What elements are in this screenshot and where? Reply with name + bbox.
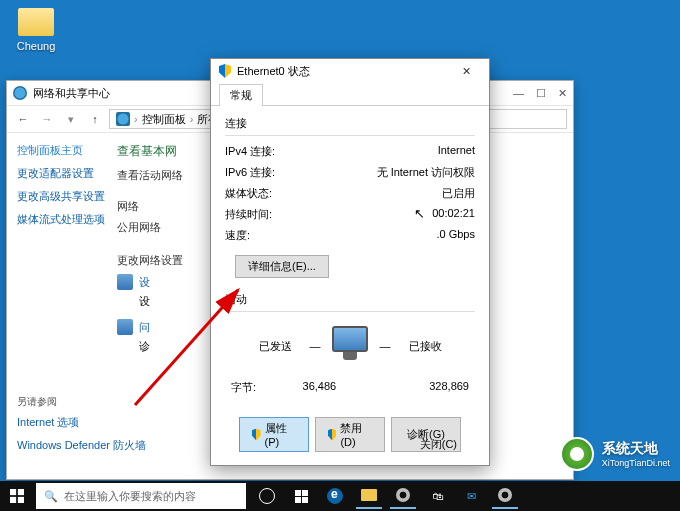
mail-button[interactable]: ✉ [458,483,484,509]
cortana-icon [259,488,275,504]
setup-connection-link[interactable]: 设 [139,275,150,290]
activity-section-label: 活动 [225,292,475,307]
connection-section-label: 连接 [225,116,475,131]
sent-bytes: 36,486 [303,380,337,395]
breadcrumb-icon [116,112,130,126]
computer-activity-icon [325,326,375,366]
sidebar-internet-options[interactable]: Internet 选项 [17,415,146,430]
bytes-label: 字节: [231,380,256,395]
breadcrumb-root[interactable]: 控制面板 [142,112,186,127]
ipv4-value: Internet [438,144,475,159]
gear-icon [498,488,512,502]
divider [225,311,475,312]
cortana-button[interactable] [254,483,280,509]
network-type: 公用网络 [117,220,187,235]
sidebar: 控制面板主页 更改适配器设置 更改高级共享设置 媒体流式处理选项 另请参阅 In… [7,133,107,479]
watermark-name: 系统天地 [602,440,670,458]
taskbar: 🔍 在这里输入你要搜索的内容 🛍 ✉ [0,481,680,511]
network-icon [13,86,27,100]
svg-rect-3 [10,497,16,503]
start-button[interactable] [0,481,34,511]
tab-general[interactable]: 常规 [219,84,263,106]
properties-button[interactable]: 属性(P) [239,417,309,452]
dialog-tabs: 常规 [211,83,489,105]
store-button[interactable]: 🛍 [424,483,450,509]
received-bytes: 328,869 [429,380,469,395]
shield-icon [219,64,231,78]
window-title: 网络和共享中心 [33,86,110,101]
folder-icon [361,489,377,501]
duration-label: 持续时间: [225,207,272,222]
disable-button-label: 禁用(D) [340,421,372,448]
maximize-button[interactable]: ☐ [536,87,546,100]
folder-icon [18,8,54,36]
task-view-button[interactable] [288,483,314,509]
store-icon: 🛍 [432,490,443,502]
gear-icon [396,488,410,502]
svg-rect-1 [10,489,16,495]
minimize-button[interactable]: — [513,87,524,100]
edge-button[interactable] [322,483,348,509]
watermark-logo-icon [560,437,594,471]
watermark: 系统天地 XiTongTianDi.net [560,437,670,471]
mouse-cursor-icon: ↖ [414,206,425,221]
details-button[interactable]: 详细信息(E)... [235,255,329,278]
chevron-right-icon: › [190,113,194,125]
sidebar-home[interactable]: 控制面板主页 [17,143,107,158]
network-label: 网络 [117,199,187,214]
svg-rect-4 [18,497,24,503]
search-placeholder: 在这里输入你要搜索的内容 [64,489,196,504]
file-explorer-button[interactable] [356,483,382,509]
nav-history-button[interactable]: ▾ [61,113,81,126]
sent-label: 已发送 [245,339,305,354]
dialog-titlebar[interactable]: Ethernet0 状态 ✕ [211,59,489,83]
troubleshoot-link[interactable]: 问 [139,320,150,335]
desktop-icon-folder[interactable]: Cheung [8,8,64,52]
nav-forward-button[interactable]: → [37,113,57,125]
close-button[interactable]: ✕ [558,87,567,100]
dialog-title: Ethernet0 状态 [237,64,310,79]
troubleshoot-icon [117,319,133,335]
windows-logo-icon [10,489,24,503]
media-label: 媒体状态: [225,186,272,201]
chevron-right-icon: › [134,113,138,125]
sidebar-advanced-sharing[interactable]: 更改高级共享设置 [17,189,107,204]
close-dialog-button[interactable]: 关闭(C) [402,434,475,455]
watermark-url: XiTongTianDi.net [602,458,670,468]
shield-icon [328,429,336,441]
mail-icon: ✉ [467,490,476,503]
received-label: 已接收 [395,339,455,354]
desktop-icon-label: Cheung [17,40,56,52]
ipv6-value: 无 Internet 访问权限 [377,165,475,180]
shield-icon [252,429,261,441]
disable-button[interactable]: 禁用(D) [315,417,385,452]
sidebar-media-streaming[interactable]: 媒体流式处理选项 [17,212,107,227]
ipv4-label: IPv4 连接: [225,144,275,159]
control-panel-button[interactable] [390,483,416,509]
task-view-icon [295,490,308,503]
dialog-close-button[interactable]: ✕ [451,65,481,78]
search-icon: 🔍 [44,490,58,503]
nav-up-button[interactable]: ↑ [85,113,105,125]
duration-value: 00:02:21 [432,207,475,222]
speed-value: .0 Gbps [436,228,475,243]
ethernet-status-dialog: Ethernet0 状态 ✕ 常规 连接 IPv4 连接:Internet IP… [210,58,490,466]
sidebar-adapter-settings[interactable]: 更改适配器设置 [17,166,107,181]
sidebar-seealso-label: 另请参阅 [17,395,146,409]
svg-rect-2 [18,489,24,495]
nav-back-button[interactable]: ← [13,113,33,125]
edge-icon [327,488,343,504]
divider [225,135,475,136]
setup-connection-icon [117,274,133,290]
speed-label: 速度: [225,228,250,243]
settings-button[interactable] [492,483,518,509]
troubleshoot-desc: 诊 [139,339,150,354]
properties-button-label: 属性(P) [265,421,296,448]
sidebar-firewall[interactable]: Windows Defender 防火墙 [17,438,146,453]
media-value: 已启用 [442,186,475,201]
taskbar-search[interactable]: 🔍 在这里输入你要搜索的内容 [36,483,246,509]
ipv6-label: IPv6 连接: [225,165,275,180]
setup-connection-desc: 设 [139,294,150,309]
